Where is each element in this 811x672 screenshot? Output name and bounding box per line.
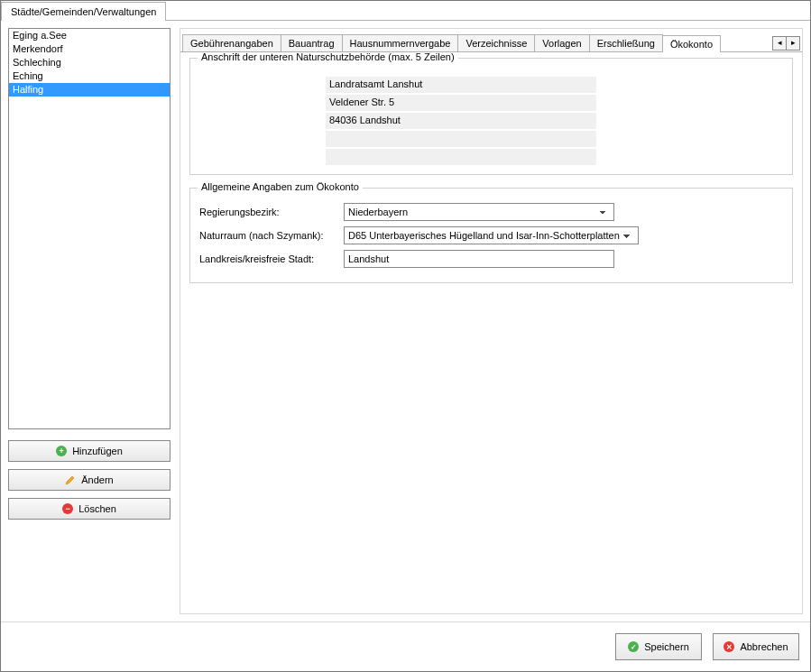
right-panel: GebührenangabenBauantragHausnummernverga… [180,28,803,614]
row-landkreis: Landkreis/kreisfreie Stadt: [199,250,783,268]
inner-tab[interactable]: Verzeichnisse [457,34,535,51]
address-line [326,149,596,165]
input-landkreis[interactable] [344,250,614,268]
tab-nav-right[interactable]: ▸ [786,36,800,51]
inner-tab[interactable]: Hausnummernvergabe [342,34,459,51]
minus-icon [62,503,73,514]
delete-button-label: Löschen [78,503,116,514]
add-button[interactable]: Hinzufügen [8,440,170,462]
inner-tabrow: GebührenangabenBauantragHausnummernverga… [180,29,802,52]
listbox-item[interactable]: Merkendorf [9,42,170,56]
address-line [326,131,596,147]
save-button-label: Speichern [644,641,689,652]
address-line: Landratsamt Lanshut [326,77,596,93]
delete-button[interactable]: Löschen [8,498,170,520]
address-group-title: Anschrift der unteren Naturschutzbehörde… [198,52,458,62]
inner-tab[interactable]: Bauantrag [281,34,343,51]
cancel-button-label: Abbrechen [740,641,788,652]
footer: Speichern Abbrechen [1,621,810,671]
check-icon [628,641,639,652]
listbox-item[interactable]: Schleching [9,56,170,69]
inner-tab[interactable]: Vorlagen [534,34,589,51]
select-regierungsbezirk[interactable]: Niederbayern [344,203,614,221]
listbox-item[interactable]: Halfing [9,83,170,97]
address-line: Veldener Str. 5 [326,95,596,111]
cancel-button[interactable]: Abbrechen [713,633,799,660]
plus-icon [56,446,67,456]
select-naturraum[interactable]: D65 Unterbayerisches Hügelland und Isar-… [344,226,639,244]
tab-content: Anschrift der unteren Naturschutzbehörde… [180,52,802,613]
add-button-label: Hinzufügen [72,446,123,456]
address-line: 84036 Landshut [326,113,596,129]
general-group-title: Allgemeine Angaben zum Ökokonto [198,181,363,192]
inner-tab[interactable]: Gebührenangaben [182,34,281,51]
left-column: Eging a.SeeMerkendorfSchlechingEchingHal… [8,28,170,614]
top-tabrow: Städte/Gemeinden/Verwaltungen [1,1,810,21]
label-naturraum: Naturraum (nach Szymank): [199,230,344,241]
edit-button[interactable]: Ändern [8,469,170,491]
tab-nav-left[interactable]: ◂ [772,36,787,51]
inner-tab[interactable]: Ökokonto [662,35,721,52]
address-lines: Landratsamt LanshutVeldener Str. 584036 … [326,77,783,165]
main-area: Eging a.SeeMerkendorfSchlechingEchingHal… [1,21,810,621]
top-tab-staedte[interactable]: Städte/Gemeinden/Verwaltungen [1,2,166,21]
label-landkreis: Landkreis/kreisfreie Stadt: [199,253,344,264]
main-window: Städte/Gemeinden/Verwaltungen Eging a.Se… [0,0,811,672]
side-buttons: Hinzufügen Ändern Löschen [8,440,170,520]
label-regierungsbezirk: Regierungsbezirk: [199,207,344,217]
row-regierungsbezirk: Regierungsbezirk: Niederbayern [199,203,783,221]
inner-tab[interactable]: Erschließung [589,34,663,51]
listbox-item[interactable]: Eching [9,69,170,83]
listbox-item[interactable]: Eging a.See [9,29,170,42]
address-groupbox: Anschrift der unteren Naturschutzbehörde… [189,58,793,175]
tab-nav: ◂ ▸ [773,36,800,51]
municipality-listbox[interactable]: Eging a.SeeMerkendorfSchlechingEchingHal… [8,28,170,429]
row-naturraum: Naturraum (nach Szymank): D65 Unterbayer… [199,226,783,244]
edit-button-label: Ändern [81,474,113,485]
general-groupbox: Allgemeine Angaben zum Ökokonto Regierun… [189,188,793,283]
x-icon [723,641,734,652]
save-button[interactable]: Speichern [615,633,702,660]
pencil-icon [65,474,76,485]
